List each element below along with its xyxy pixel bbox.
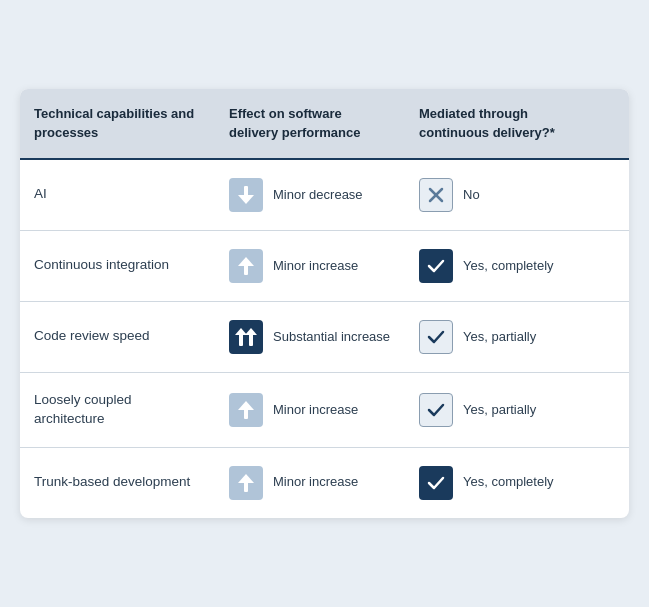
svg-marker-13: [238, 474, 254, 483]
cell-effect-1: Minor increase: [215, 231, 405, 301]
effect-label-3: Minor increase: [273, 401, 358, 419]
effect-icon-0: [229, 178, 263, 212]
mediated-label-3: Yes, partially: [463, 401, 536, 419]
cell-name-4: Trunk-based development: [20, 448, 215, 518]
header-col2: Effect on software delivery performance: [215, 89, 405, 157]
mediated-label-1: Yes, completely: [463, 257, 554, 275]
table-header: Technical capabilities and processes Eff…: [20, 89, 629, 159]
cell-effect-2: Substantial increase: [215, 302, 405, 372]
cell-name-0: AI: [20, 160, 215, 230]
effect-label-4: Minor increase: [273, 473, 358, 491]
effect-label-0: Minor decrease: [273, 186, 363, 204]
mediated-label-0: No: [463, 186, 480, 204]
effect-label-1: Minor increase: [273, 257, 358, 275]
cell-mediated-0: No: [405, 160, 600, 230]
cell-mediated-1: Yes, completely: [405, 231, 600, 301]
svg-marker-11: [238, 401, 254, 410]
table-row: Trunk-based development Minor increase Y…: [20, 448, 629, 518]
check-icon-1: [419, 249, 453, 283]
cell-mediated-4: Yes, completely: [405, 448, 600, 518]
table-row: Continuous integration Minor increase Ye…: [20, 231, 629, 302]
cell-name-3: Loosely coupled architecture: [20, 373, 215, 447]
check-icon-4: [419, 466, 453, 500]
header-col1: Technical capabilities and processes: [20, 89, 215, 157]
cell-effect-4: Minor increase: [215, 448, 405, 518]
check-icon-3: [419, 393, 453, 427]
table-row: AI Minor decrease No: [20, 160, 629, 231]
cell-effect-0: Minor decrease: [215, 160, 405, 230]
table-body: AI Minor decrease No Continuous integrat…: [20, 160, 629, 518]
cell-effect-3: Minor increase: [215, 373, 405, 447]
svg-marker-7: [235, 328, 247, 335]
cell-mediated-3: Yes, partially: [405, 373, 600, 447]
effect-label-2: Substantial increase: [273, 328, 390, 346]
svg-marker-1: [238, 195, 254, 204]
effect-icon-4: [229, 466, 263, 500]
svg-marker-5: [238, 257, 254, 266]
cell-name-1: Continuous integration: [20, 231, 215, 301]
mediated-label-2: Yes, partially: [463, 328, 536, 346]
header-col3: Mediated through continuous delivery?*: [405, 89, 600, 157]
cell-name-2: Code review speed: [20, 302, 215, 372]
check-icon-0: [419, 178, 453, 212]
mediated-label-4: Yes, completely: [463, 473, 554, 491]
effect-icon-1: [229, 249, 263, 283]
table-row: Code review speed Substantial increase Y…: [20, 302, 629, 373]
svg-marker-9: [245, 328, 257, 335]
capabilities-table: Technical capabilities and processes Eff…: [20, 89, 629, 517]
cell-mediated-2: Yes, partially: [405, 302, 600, 372]
effect-icon-3: [229, 393, 263, 427]
check-icon-2: [419, 320, 453, 354]
table-row: Loosely coupled architecture Minor incre…: [20, 373, 629, 448]
effect-icon-2: [229, 320, 263, 354]
